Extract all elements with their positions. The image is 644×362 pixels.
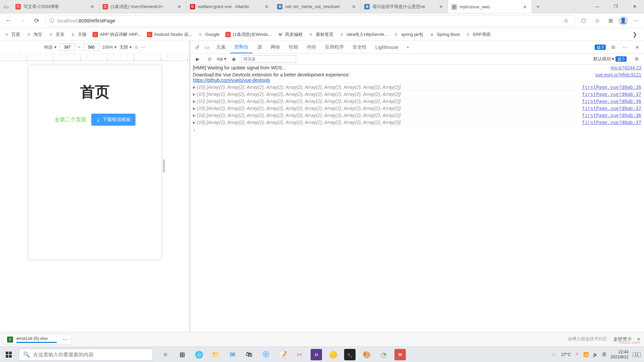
extensions-icon[interactable]: ⬡ [578,15,589,26]
terminal-icon[interactable]: >_ [344,349,356,360]
tab-sources[interactable]: 源 [253,41,266,53]
new-tab-button[interactable]: ＋ [532,0,544,13]
more-options-icon[interactable]: ⋯ [141,45,145,50]
bookmark-item[interactable]: CAndroid Studio 设... [147,32,192,38]
volume-icon[interactable]: 🔈 [593,352,598,357]
log-array-row[interactable]: ▶(10) [Array(2), Array(2), Array(2), Arr… [190,112,644,119]
bookmark-item[interactable]: 🗋淘宝 [26,32,42,38]
console-prompt[interactable]: › [190,126,644,134]
close-icon[interactable]: ✕ [438,4,444,9]
no-touch-icon[interactable]: ⊘ [135,45,138,50]
bookmark-item[interactable]: 🗋天猫 [70,32,87,38]
context-select[interactable]: top ▾ [217,56,226,61]
tab-security[interactable]: 安全性 [348,41,371,53]
log-level-select[interactable]: 默认级别 ▾ [593,56,614,62]
reload-button[interactable]: ⟳ [31,15,42,26]
paint-icon[interactable]: 🎨 [361,349,372,360]
bookmark-item[interactable]: 🗋idea传入HttpServle... [339,32,388,38]
source-link[interactable]: firstPage.vue?d0ab:36 [582,99,641,104]
close-icon[interactable]: ✕ [89,4,96,9]
issues-badge[interactable]: ▤ 3 [595,45,606,50]
weather-icon[interactable]: ⛅ [552,352,557,357]
back-button[interactable]: ← [3,15,14,26]
ime-indicator[interactable]: 英 [602,352,606,358]
source-link[interactable]: firstPage.vue?d0ab:36 [582,84,641,90]
close-devtools-icon[interactable]: ✕ [633,43,642,52]
responsive-select[interactable]: 响应 ▾ [44,44,57,50]
chrome-icon[interactable]: 🟡 [327,349,339,360]
log-array-row[interactable]: ▶(10) [Array(2), Array(2), Array(2), Arr… [190,84,644,91]
inspect-icon[interactable]: ⮰ [192,43,202,52]
taskbar-search[interactable]: 🔍 [19,349,153,361]
bookmark-item[interactable]: 🗋spring jar包 [394,32,423,38]
tab-memory[interactable]: 内存 [303,41,320,53]
tab-elements[interactable]: 元素 [212,41,230,53]
bookmark-item[interactable]: ◉Spring Boot [429,32,460,37]
bookmark-item[interactable]: 🗋Google [198,32,219,37]
log-array-row[interactable]: ▶(10) [Array(2), Array(2), Array(2), Arr… [190,105,644,112]
height-input[interactable] [83,44,99,51]
bookmarks-overflow-icon[interactable]: ❯ [629,29,640,40]
favorites-icon[interactable]: ✩ [592,15,602,26]
taskbar-search-input[interactable] [33,352,149,357]
store-icon[interactable]: 🛍 [244,349,255,360]
close-icon[interactable]: ✕ [522,4,528,10]
tab-performance[interactable]: 性能 [285,41,302,53]
tab-err-name[interactable]: ⚙net::err_name_not_resolved✕ [274,0,361,13]
edge-icon[interactable]: 🌐 [193,349,205,360]
close-icon[interactable]: ✕ [263,4,270,9]
tab-application[interactable]: 应用程序 [321,41,348,53]
clear-console-icon[interactable]: ⊘ [205,54,214,64]
bookmark-item[interactable]: 🗋ERP系统 [466,32,491,38]
minimize-button[interactable]: — [588,0,606,13]
throttle-select[interactable]: 无限 ▾ [119,44,132,50]
zoom-select[interactable]: 100% ▾ [102,45,117,50]
tab-console[interactable]: 控制台 [230,41,253,53]
log-array-row[interactable]: ▶(10) [Array(2), Array(2), Array(2), Arr… [190,119,644,126]
bookmark-item[interactable]: 🗋百度 [4,32,20,38]
bookmark-item[interactable]: C(1条消息)在Windo... [225,32,272,38]
close-icon[interactable]: ✕ [176,4,183,9]
tab-actions-icon[interactable]: ▭ [0,0,12,13]
menu-button[interactable]: ⋯ [631,15,641,26]
live-expression-icon[interactable]: ◉ [229,54,238,64]
message-count-badge[interactable]: ▤ 3 [615,56,627,62]
maximize-button[interactable]: ❐ [606,0,625,13]
customize-icon[interactable]: ⋯ [621,43,630,52]
app-icon[interactable]: ◔ [378,349,389,360]
bookmark-item[interactable]: 🐼风变编程 [278,32,303,38]
wifi-icon[interactable]: 📶 [583,352,589,357]
tray-chevron-icon[interactable]: ＾ [575,352,579,358]
notifications-icon[interactable]: 11 [633,352,641,357]
url-input[interactable]: ⓘ localhost:8098/#/firstPage ✩ [45,15,576,26]
tab-myfirstvue[interactable]: 🗋myfirstvue_web✕ [448,0,532,13]
device-toggle-icon[interactable]: ▭ [202,43,212,52]
toggle-sidebar-icon[interactable]: ▶ [193,54,202,64]
tab-welfare[interactable]: Gwelfare-grant.vue · Atlantic✕ [186,0,274,13]
log-array-row[interactable]: ▶(10) [Array(2), Array(2), Array(2), Arr… [190,98,644,105]
devtools-link[interactable]: https://github.com/vuejs/vue-devtools [193,77,270,83]
source-link[interactable]: firstPage.vue?d0ab:37 [582,106,641,111]
favorite-star-icon[interactable]: ✩ [560,15,571,26]
notepadpp-icon[interactable]: 📝 [277,349,288,360]
tab-vue-elementui[interactable]: C(1条消息) Vue+ElementUI+✕ [99,0,186,13]
ie-icon[interactable]: ⓔ [260,349,272,360]
start-button[interactable] [0,347,17,362]
source-link[interactable]: firstPage.vue?d0ab:37 [582,92,641,97]
tab-baidu-q[interactable]: ⚙请问这些字母是什么意思ne✕ [361,0,448,13]
collections-icon[interactable]: ⊞ [605,15,616,26]
tab-lighthouse[interactable]: Lighthouse [371,41,402,53]
goto-second-page-link[interactable]: 去第二个页面 [54,116,87,123]
tab-csdn[interactable]: C写文章-CSDN博客✕ [12,0,99,13]
profile-avatar[interactable]: 👤 [619,16,628,25]
download-item[interactable]: X errorList (5).xlsx ⋯ [3,334,72,345]
mail-icon[interactable]: ✉ [227,349,238,360]
add-tab-icon[interactable]: ＋ [403,43,413,52]
explorer-icon[interactable]: 📁 [210,349,221,360]
bookmark-item[interactable]: CARP 协议详解 ARP... [93,32,141,38]
width-input[interactable] [59,44,75,51]
log-array-row[interactable]: ▶(10) [Array(2), Array(2), Array(2), Arr… [190,91,644,98]
close-window-button[interactable]: ✕ [625,0,644,13]
snipping-icon[interactable]: ✂ [294,349,305,360]
console-settings-icon[interactable]: ⚙ [632,54,641,64]
